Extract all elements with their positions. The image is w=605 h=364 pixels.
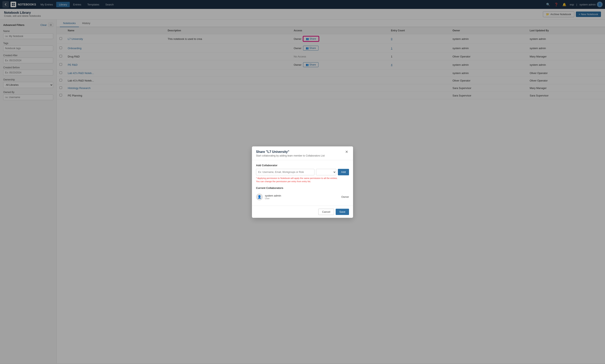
collaborator-permission: Owner (341, 195, 349, 198)
permission-select[interactable]: Owner Edit View No Access (316, 169, 336, 175)
save-button[interactable]: Save (336, 209, 349, 215)
permission-note-text: Applying permission to Notebook will app… (256, 177, 338, 183)
share-modal: Share "L7 University" Start collaboratin… (252, 146, 353, 218)
modal-body: Add Collaborator Owner Edit View No Acce… (252, 160, 353, 206)
permission-note: * Applying permission to Notebook will a… (256, 177, 349, 183)
modal-title: Share "L7 University" (256, 150, 325, 154)
collaborator-info: system admin User (265, 194, 339, 200)
asterisk: * (256, 177, 257, 179)
modal-overlay[interactable]: Share "L7 University" Start collaboratin… (0, 0, 605, 364)
modal-footer: Cancel Save (252, 206, 353, 218)
current-collaborators-label: Current Collaborators (256, 186, 349, 190)
modal-close-button[interactable]: ✕ (344, 150, 349, 154)
collaborator-role: User (265, 197, 339, 200)
modal-title-area: Share "L7 University" Start collaboratin… (256, 150, 325, 157)
modal-subtitle: Start collaborating by adding team membe… (256, 154, 325, 157)
collaborator-item: 👤 system admin User Owner (256, 192, 349, 202)
collaborator-avatar: 👤 (256, 194, 263, 200)
collaborator-input[interactable] (256, 169, 314, 175)
add-collaborator-row: Owner Edit View No Access Add (256, 169, 349, 175)
collaborator-name: system admin (265, 194, 339, 197)
add-collaborator-label: Add Collaborator (256, 164, 349, 167)
add-collaborator-button[interactable]: Add (338, 169, 349, 175)
modal-header: Share "L7 University" Start collaboratin… (252, 146, 353, 160)
cancel-button[interactable]: Cancel (318, 209, 334, 215)
